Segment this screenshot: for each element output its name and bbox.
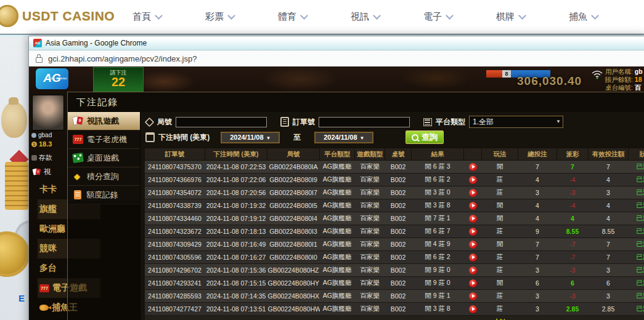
replay-button[interactable]: [469, 279, 477, 287]
cell: AG旗艦廳: [320, 212, 355, 225]
date-from-picker[interactable]: 2024/11/08: [221, 132, 280, 143]
cell: 已派彩: [629, 199, 644, 212]
column-header: 訂單號: [145, 148, 205, 161]
replay-button[interactable]: [469, 163, 477, 171]
cell: 6: [518, 277, 557, 290]
totals-cell: [145, 316, 205, 320]
cell: 已派彩: [629, 264, 644, 277]
cell: B002: [385, 251, 412, 264]
menu-item-視訊遊戲[interactable]: 視訊遊戲: [68, 112, 140, 130]
ag-logo: AG ASIA GAMING: [36, 68, 68, 89]
replay-button[interactable]: [469, 189, 477, 197]
cell: 2024-11-08 07:18:13: [205, 225, 267, 238]
chevron-down-icon: [300, 12, 308, 20]
lock-icon: [36, 57, 43, 63]
deposit-button[interactable]: 存款: [31, 153, 52, 162]
menu-item-label: 電子老虎機: [87, 134, 127, 145]
nav-item-6[interactable]: 棋牌: [496, 11, 525, 23]
nav-item-5[interactable]: 電子: [423, 11, 452, 23]
bet-timer-value: 22: [94, 77, 143, 87]
cell: -4: [557, 174, 589, 186]
username-row: gbad: [31, 132, 52, 138]
cell: B002: [385, 277, 412, 290]
cell: 2.85: [589, 303, 629, 316]
cell: AG旗艦廳: [320, 161, 355, 174]
window-titlebar[interactable]: AG Asia Gaming - Google Chrome: [29, 36, 644, 50]
cell: 3: [518, 264, 557, 277]
cell: 閒: [482, 161, 518, 174]
calendar-icon: [145, 132, 155, 142]
menu-item-積分查詢[interactable]: 積分查詢: [68, 167, 140, 186]
cell: 9: [518, 225, 557, 238]
order-input[interactable]: [319, 117, 410, 127]
info-value: gb: [635, 68, 643, 75]
replay-button[interactable]: [469, 266, 477, 274]
search-button[interactable]: 查詢: [406, 130, 444, 144]
cell: AG旗艦廳: [320, 199, 355, 212]
ag-logo-subtext: ASIA GAMING: [49, 69, 67, 88]
chevron-down-icon: [591, 12, 599, 20]
cell: [464, 264, 482, 277]
video-games-tab-bg[interactable]: 視: [31, 167, 51, 177]
cell: 241108074277427: [145, 303, 205, 316]
cell: GB00224B080HY: [267, 277, 320, 290]
replay-button[interactable]: [469, 292, 477, 300]
platform-select[interactable]: 1.全部: [469, 116, 563, 128]
to-label: 至: [293, 132, 301, 143]
cell: GB00224B080I9: [267, 174, 320, 186]
cell: 4: [589, 199, 629, 212]
panel-title: 下注記錄: [68, 92, 644, 112]
nav-item-4[interactable]: 視訊: [351, 11, 380, 23]
cell: 241108074323672: [145, 225, 205, 238]
round-input[interactable]: [176, 117, 267, 127]
cell: 4: [518, 199, 557, 212]
nav-item-3[interactable]: 體育: [278, 11, 307, 23]
chevron-down-icon: [227, 12, 235, 20]
cell: GB00224B080IA: [267, 161, 320, 174]
cell: 241108074338739: [145, 199, 205, 212]
cell: 閒 3 莊 0: [412, 186, 464, 199]
banker-score-bar: [486, 70, 502, 78]
menu-item-電子老虎機[interactable]: 電子老虎機: [68, 130, 140, 149]
site-logo[interactable]: USDT CASINO: [2, 5, 115, 27]
money-bag-icon: $: [31, 142, 37, 147]
cell: 莊: [482, 303, 518, 316]
cell: AG旗艦廳: [320, 238, 355, 251]
replay-button[interactable]: [469, 241, 477, 249]
replay-button[interactable]: [469, 215, 477, 223]
totals-cell: [205, 316, 267, 320]
nav-item-7[interactable]: 捕魚: [569, 11, 598, 23]
nav-item-1[interactable]: 首頁: [132, 11, 161, 23]
filter-row-1: 局號 訂單號 平台類型 1.全部: [145, 116, 642, 128]
score-value: 8: [502, 70, 511, 78]
totals-row: 小計60-2.659.4: [145, 316, 644, 320]
cell: 已派彩: [629, 161, 644, 174]
cell: GB00224B080I0: [267, 251, 320, 264]
replay-button[interactable]: [469, 176, 477, 184]
date-to-picker[interactable]: 2024/11/08: [314, 132, 373, 143]
bet-records-panel: 下注記錄 視訊遊戲電子老虎機桌面遊戲積分查詢額度記錄 局號 訂單號 平: [67, 92, 644, 320]
menu-item-桌面遊戲[interactable]: 桌面遊戲: [68, 149, 140, 167]
cell: AG旗艦廳: [320, 290, 355, 303]
cell: 百家樂: [355, 161, 385, 174]
replay-button[interactable]: [469, 228, 477, 236]
cell: [464, 303, 482, 316]
chevron-down-icon: [446, 12, 454, 20]
cell: B002: [385, 225, 412, 238]
replay-button[interactable]: [469, 254, 477, 262]
cell: 2024-11-08 07:14:35: [205, 290, 267, 303]
search-icon: [412, 134, 418, 141]
cell: 3: [518, 303, 557, 316]
nav-item-2[interactable]: 彩票: [205, 11, 234, 23]
cell: 2024-11-08 07:13:51: [205, 303, 267, 316]
cell: [464, 225, 482, 238]
panel-menu: 視訊遊戲電子老虎機桌面遊戲積分查詢額度記錄: [68, 112, 140, 204]
cell: 2024-11-08 07:20:56: [205, 186, 267, 199]
totals-cell: 60: [518, 316, 557, 320]
account-info-line: 賬戶餘額: 18: [605, 76, 643, 84]
replay-button[interactable]: [469, 202, 477, 210]
url-bar[interactable]: gci.2hhapi.com/agingame/pcv2/index.jsp?: [29, 50, 644, 67]
cell: 2024-11-08 07:15:36: [205, 264, 267, 277]
ag-page: AG ASIA GAMING 請下注 22 8 306,030.40: [29, 66, 644, 320]
replay-button[interactable]: [469, 305, 477, 313]
